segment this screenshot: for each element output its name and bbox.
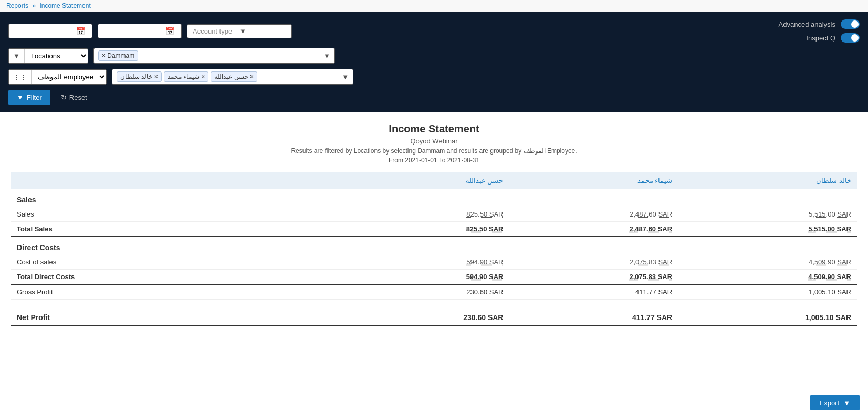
reset-button-label: Reset [69, 94, 87, 101]
cost-of-sales-label: Cost of sales [11, 255, 349, 270]
filter-row-2: ▼ Locations × Dammam ▼ [8, 48, 860, 64]
filter-row-3: ⋮⋮ الموظف employee خالد سلطان × شيماء مح… [8, 69, 860, 85]
net-profit-row: Net Profit 230.60 SAR 411.77 SAR 1,005.1… [11, 310, 857, 326]
report-company: Qoyod Webinar [11, 137, 857, 145]
cost-of-sales-row: Cost of sales 594.90 SAR 2,075.83 SAR 4,… [11, 255, 857, 270]
sales-row-label: Sales [11, 207, 349, 222]
filter-button[interactable]: ▼ Filter [8, 90, 50, 105]
filter-action-row: ▼ Filter ↻ Reset [8, 90, 860, 105]
export-button-label: Export [820, 399, 840, 407]
total-direct-costs-label: Total Direct Costs [11, 270, 349, 285]
main-content: Income Statement Qoyod Webinar Results a… [0, 112, 868, 386]
drag-icon: ⋮⋮ [9, 70, 32, 84]
calendar-to-icon[interactable]: 📅 [165, 27, 174, 35]
cost-of-sales-col1: 594.90 SAR [349, 255, 509, 270]
gross-profit-row: Gross Profit 230.60 SAR 411.77 SAR 1,005… [11, 284, 857, 300]
col3-header: خالد سلطان [678, 172, 857, 189]
breadcrumb: Reports » Income Statement [0, 0, 868, 12]
col-label-header [11, 172, 349, 189]
advanced-analysis-label: Advanced analysis [779, 20, 835, 28]
inspect-label: Inspect Q [806, 34, 835, 42]
report-filter-info: Results are filtered by Locations by sel… [11, 147, 857, 155]
total-direct-costs-col3: 4,509.90 SAR [678, 270, 857, 285]
report-date-range: From 2021-01-01 To 2021-08-31 [11, 157, 857, 164]
filter-button-label: Filter [27, 94, 42, 101]
export-arrow-icon: ▼ [843, 399, 850, 407]
date-from-input[interactable]: 2021-01-01 📅 [8, 24, 92, 38]
employee-filter-select[interactable]: الموظف employee [32, 70, 106, 84]
net-profit-col3: 1,005.10 SAR [678, 310, 857, 326]
breadcrumb-separator: » [32, 2, 36, 9]
location-tag-input[interactable]: × Dammam ▼ [93, 48, 335, 64]
location-filter-select[interactable]: Locations [25, 49, 88, 63]
sales-col3: 5,515.00 SAR [678, 207, 857, 222]
employee-tags-arrow-icon: ▼ [342, 73, 349, 81]
export-button[interactable]: Export ▼ [810, 395, 860, 410]
gross-profit-col1: 230.60 SAR [349, 284, 509, 300]
cost-of-sales-col2: 2,075.83 SAR [509, 255, 678, 270]
total-sales-row: Total Sales 825.50 SAR 2,487.60 SAR 5,51… [11, 222, 857, 237]
total-sales-col2: 2,487.60 SAR [509, 222, 678, 237]
net-profit-col1: 230.60 SAR [349, 310, 509, 326]
col2-header: شيماء محمد [509, 172, 678, 189]
account-type-placeholder: Account type [193, 27, 239, 35]
total-direct-costs-col1: 594.90 SAR [349, 270, 509, 285]
total-direct-costs-col2: 2,075.83 SAR [509, 270, 678, 285]
total-direct-costs-row: Total Direct Costs 594.90 SAR 2,075.83 S… [11, 270, 857, 285]
spacer-row [11, 300, 857, 310]
gross-profit-label: Gross Profit [11, 284, 349, 300]
total-sales-col1: 825.50 SAR [349, 222, 509, 237]
breadcrumb-parent[interactable]: Reports [6, 2, 28, 9]
inspect-toggle-row: Inspect Q [806, 33, 860, 43]
inspect-toggle[interactable] [841, 33, 860, 43]
breadcrumb-current: Income Statement [39, 2, 90, 9]
cost-of-sales-col3: 4,509.90 SAR [678, 255, 857, 270]
gross-profit-col3: 1,005.10 SAR [678, 284, 857, 300]
direct-costs-section-header: Direct Costs [11, 237, 857, 255]
location-tag-arrow-icon: ▼ [323, 52, 330, 60]
sales-section-header: Sales [11, 189, 857, 208]
report-title: Income Statement [11, 123, 857, 135]
sales-data-row: Sales 825.50 SAR 2,487.60 SAR 5,515.00 S… [11, 207, 857, 222]
net-profit-col2: 411.77 SAR [509, 310, 678, 326]
filter-row-1: 2021-01-01 📅 2021-08-31 📅 Account type ▼… [8, 19, 860, 43]
total-sales-label: Total Sales [11, 222, 349, 237]
employee-tag-shaimaa[interactable]: شيماء محمد × [164, 71, 209, 82]
col1-header: حسن عبدالله [349, 172, 509, 189]
reset-icon: ↻ [61, 94, 67, 101]
report-table: حسن عبدالله شيماء محمد خالد سلطان Sales … [11, 172, 857, 326]
account-type-arrow-icon: ▼ [239, 27, 286, 35]
account-type-select[interactable]: Account type ▼ [187, 24, 292, 38]
filter-button-icon: ▼ [17, 94, 24, 101]
column-header-row: حسن عبدالله شيماء محمد خالد سلطان [11, 172, 857, 189]
employee-filter-group[interactable]: ⋮⋮ الموظف employee [8, 69, 107, 85]
total-sales-col3: 5,515.00 SAR [678, 222, 857, 237]
sales-col2: 2,487.60 SAR [509, 207, 678, 222]
sales-col1: 825.50 SAR [349, 207, 509, 222]
employee-tag-hassan[interactable]: حسن عبدالله × [211, 71, 257, 82]
location-filter-group[interactable]: ▼ Locations [8, 48, 88, 64]
right-controls: Advanced analysis Inspect Q [779, 19, 860, 43]
reset-button[interactable]: ↻ Reset [56, 90, 92, 105]
employee-tag-khaled[interactable]: خالد سلطان × [117, 71, 162, 82]
control-panel: 2021-01-01 📅 2021-08-31 📅 Account type ▼… [0, 12, 868, 112]
location-filter-icon: ▼ [9, 49, 25, 63]
advanced-analysis-toggle-row: Advanced analysis [779, 19, 860, 29]
net-profit-label: Net Profit [11, 310, 349, 326]
date-to-input[interactable]: 2021-08-31 📅 [98, 24, 182, 38]
sales-section-label: Sales [11, 189, 857, 208]
location-tag-dammam[interactable]: × Dammam [98, 50, 138, 61]
gross-profit-col2: 411.77 SAR [509, 284, 678, 300]
direct-costs-section-label: Direct Costs [11, 237, 857, 255]
calendar-from-icon[interactable]: 📅 [76, 27, 85, 35]
advanced-analysis-toggle[interactable] [841, 19, 860, 29]
date-to-field[interactable]: 2021-08-31 [102, 27, 165, 35]
date-from-field[interactable]: 2021-01-01 [13, 27, 76, 35]
export-container: Export ▼ [0, 386, 868, 410]
employee-tags-input[interactable]: خالد سلطان × شيماء محمد × حسن عبدالله × … [112, 69, 353, 85]
